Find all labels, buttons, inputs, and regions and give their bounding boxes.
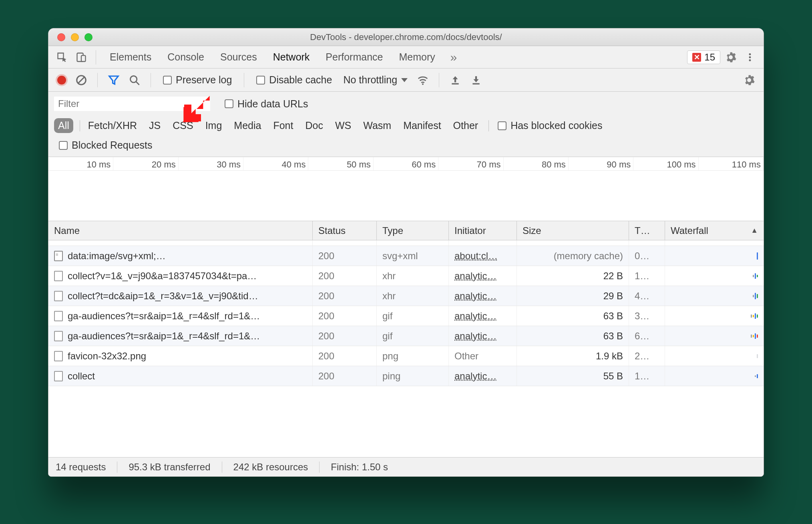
svg-point-7 [131,76,137,82]
panel-tabs: ElementsConsoleSourcesNetworkPerformance… [48,46,764,69]
filter-type-other[interactable]: Other [449,118,482,133]
filter-type-doc[interactable]: Doc [301,118,327,133]
import-har-icon[interactable] [446,71,464,89]
col-size[interactable]: Size [517,221,629,240]
status-item: 14 requests [56,462,106,473]
table-row[interactable]: collect200pinganalytic…55 B1… [48,366,764,386]
devtools-window: DevTools - developer.chrome.com/docs/dev… [48,28,764,477]
network-conditions-icon[interactable] [414,71,432,89]
file-icon [54,371,63,381]
chevron-down-icon [401,78,408,82]
col-initiator[interactable]: Initiator [449,221,517,240]
filter-type-ws[interactable]: WS [331,118,355,133]
error-count: 15 [704,52,715,63]
error-icon: ✕ [692,53,701,62]
network-toolbar: Preserve log Disable cache No throttling [48,69,764,92]
table-row[interactable]: ga-audiences?t=sr&aip=1&_r=4&slf_rd=1&…2… [48,326,764,346]
file-icon [54,291,63,301]
blocked-requests-checkbox[interactable]: Blocked Requests [59,139,153,151]
svg-point-4 [749,59,751,61]
export-har-icon[interactable] [467,71,485,89]
filter-type-js[interactable]: JS [145,118,165,133]
tab-performance[interactable]: Performance [318,46,391,69]
svg-rect-11 [473,83,480,84]
table-row[interactable]: ga-audiences?t=sr&aip=1&_r=4&slf_rd=1&…2… [48,306,764,326]
svg-line-8 [136,81,139,85]
filter-type-css[interactable]: CSS [169,118,197,133]
filter-bar: Hide data URLs AllFetch/XHRJSCSSImgMedia… [48,92,764,157]
requests-grid: NameStatusTypeInitiatorSizeT…Waterfall▲ … [48,221,764,457]
filter-type-img[interactable]: Img [201,118,226,133]
more-tabs-icon[interactable]: » [445,48,462,66]
window-title: DevTools - developer.chrome.com/docs/dev… [48,32,764,42]
file-icon [54,271,63,281]
minimize-window-button[interactable] [71,33,79,41]
search-icon[interactable] [126,71,143,89]
inspect-element-icon[interactable] [53,48,71,66]
kebab-menu-icon[interactable] [741,48,759,66]
has-blocked-cookies-checkbox[interactable]: Has blocked cookies [498,120,602,131]
tab-network[interactable]: Network [265,46,318,69]
settings-gear-icon[interactable] [722,48,740,66]
tab-memory[interactable]: Memory [391,46,443,69]
col-waterfall[interactable]: Waterfall▲ [665,221,764,240]
svg-rect-1 [81,55,86,61]
filter-type-all[interactable]: All [54,118,73,133]
record-button[interactable] [57,76,66,85]
status-bar: 14 requests95.3 kB transferred242 kB res… [48,457,764,476]
svg-line-6 [78,77,84,83]
tab-elements[interactable]: Elements [102,46,159,69]
table-row[interactable]: favicon-32x32.png200pngOther1.9 kB2… [48,346,764,366]
file-icon [54,311,63,321]
overview-timeline[interactable]: 10 ms20 ms30 ms40 ms50 ms60 ms70 ms80 ms… [48,157,764,221]
grid-body: ≡data:image/svg+xml;…200svg+xmlabout:cl…… [48,240,764,457]
tab-sources[interactable]: Sources [212,46,265,69]
filter-type-manifest[interactable]: Manifest [399,118,445,133]
svg-point-3 [749,56,751,58]
separator [96,50,96,64]
error-count-pill[interactable]: ✕ 15 [687,50,720,64]
file-icon: ≡ [54,251,63,261]
svg-rect-10 [452,83,459,84]
device-toggle-icon[interactable] [72,48,90,66]
status-item: Finish: 1.50 s [331,462,388,473]
file-icon [54,331,63,341]
table-row[interactable] [48,240,764,246]
tab-console[interactable]: Console [159,46,212,69]
table-row[interactable]: collect?v=1&_v=j90&a=1837457034&t=pa…200… [48,266,764,286]
grid-header: NameStatusTypeInitiatorSizeT…Waterfall▲ [48,221,764,240]
throttling-select[interactable]: No throttling [343,74,408,86]
col-status[interactable]: Status [313,221,377,240]
col-type[interactable]: Type [377,221,449,240]
hide-data-urls-checkbox[interactable]: Hide data URLs [225,98,308,110]
network-settings-gear-icon[interactable] [740,71,758,89]
filter-type-media[interactable]: Media [230,118,265,133]
status-item: 95.3 kB transferred [129,462,210,473]
close-window-button[interactable] [57,33,65,41]
titlebar: DevTools - developer.chrome.com/docs/dev… [48,28,764,46]
table-row[interactable]: collect?t=dc&aip=1&_r=3&v=1&_v=j90&tid…2… [48,286,764,306]
col-name[interactable]: Name [48,221,313,240]
status-item: 242 kB resources [233,462,308,473]
svg-point-9 [422,83,424,85]
filter-toggle-icon[interactable] [105,71,123,89]
filter-type-font[interactable]: Font [269,118,297,133]
zoom-window-button[interactable] [84,33,92,41]
traffic-lights [48,33,92,41]
disable-cache-checkbox[interactable]: Disable cache [256,74,332,86]
clear-log-icon[interactable] [72,71,90,89]
file-icon [54,351,63,361]
filter-type-fetchxhr[interactable]: Fetch/XHR [84,118,141,133]
filter-input[interactable] [54,97,210,111]
table-row[interactable]: ≡data:image/svg+xml;…200svg+xmlabout:cl…… [48,246,764,266]
preserve-log-checkbox[interactable]: Preserve log [163,74,232,86]
svg-point-2 [749,53,751,55]
col-t[interactable]: T… [629,221,665,240]
filter-type-wasm[interactable]: Wasm [359,118,395,133]
